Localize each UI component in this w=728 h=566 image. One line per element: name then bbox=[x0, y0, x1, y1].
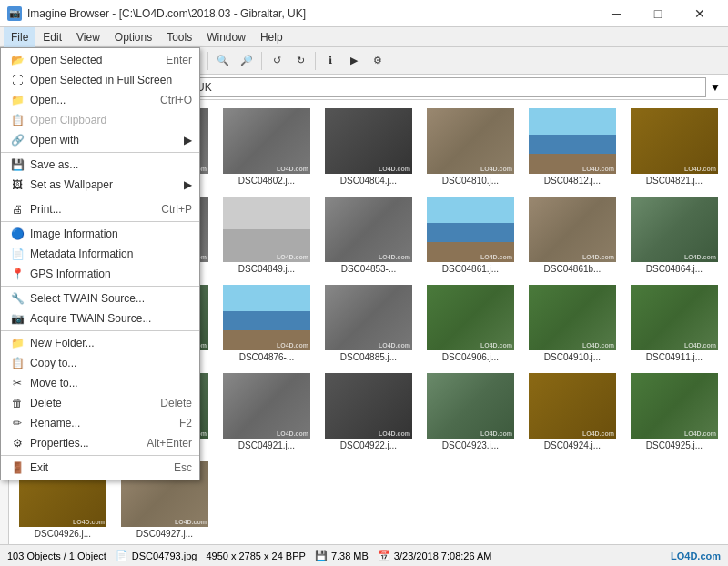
menu-save-as[interactable]: 💾 Save as... bbox=[1, 155, 199, 175]
new-folder-icon: 📁 bbox=[8, 336, 26, 350]
menu-exit[interactable]: 🚪 Exit Esc bbox=[1, 458, 199, 478]
fullscreen-icon: ⛶ bbox=[8, 73, 26, 87]
status-filesize-label: 7.38 MB bbox=[331, 551, 369, 561]
dimensions-label: 4950 x 2785 x 24 BPP bbox=[206, 551, 305, 561]
print-icon: 🖨 bbox=[8, 202, 26, 217]
menu-open-selected[interactable]: 📂 Open Selected Enter bbox=[1, 50, 199, 70]
thumbnail-item[interactable]: LO4D.comDSC04853-... bbox=[318, 192, 419, 278]
menu-copy-to[interactable]: 📋 Copy to... bbox=[1, 353, 199, 373]
address-dropdown-icon[interactable]: ▼ bbox=[710, 81, 721, 94]
thumbnail-item[interactable]: LO4D.comDSC04861.j... bbox=[420, 192, 521, 278]
thumbnail-item[interactable]: LO4D.comDSC04923.j... bbox=[420, 369, 521, 455]
separator-1 bbox=[1, 152, 199, 153]
thumbnail-item[interactable]: LO4D.comDSC04849.j... bbox=[217, 192, 317, 278]
maximize-button[interactable]: □ bbox=[637, 0, 679, 27]
menu-edit[interactable]: Edit bbox=[35, 27, 69, 47]
open-selected-icon: 📂 bbox=[8, 53, 26, 67]
toolbar-sep-3 bbox=[207, 52, 208, 70]
thumbnail-image: LO4D.com bbox=[223, 108, 310, 174]
thumbnail-image: LO4D.com bbox=[223, 197, 310, 262]
open-icon: 📁 bbox=[8, 93, 26, 107]
menu-move-to[interactable]: ✂ Move to... bbox=[1, 373, 199, 393]
twain2-icon: 📷 bbox=[8, 311, 26, 326]
toolbar-settings[interactable]: ⚙ bbox=[367, 50, 389, 72]
separator-3 bbox=[1, 221, 199, 222]
window-title: Imagine Browser - [C:\LO4D.com\2018.03 -… bbox=[27, 7, 306, 20]
menu-open-fullscreen[interactable]: ⛶ Open Selected in Full Screen bbox=[1, 70, 199, 90]
menu-delete[interactable]: 🗑 Delete Delete bbox=[1, 393, 199, 413]
thumbnail-label: DSC04861b... bbox=[544, 264, 602, 274]
thumbnail-image: LO4D.com bbox=[427, 197, 514, 262]
thumbnail-label: DSC04922.j... bbox=[340, 440, 397, 450]
thumbnail-item[interactable]: LO4D.comDSC04911.j... bbox=[624, 280, 724, 367]
thumbnail-image: LO4D.com bbox=[427, 373, 514, 439]
thumbnail-item[interactable]: LO4D.comDSC04864.j... bbox=[624, 192, 724, 278]
thumbnail-label: DSC04821.j... bbox=[646, 176, 703, 186]
menu-print[interactable]: 🖨 Print... Ctrl+P bbox=[1, 199, 199, 219]
thumbnail-label: DSC04927.j... bbox=[136, 529, 193, 539]
thumbnail-item[interactable]: LO4D.comDSC04804.j... bbox=[318, 104, 419, 190]
thumbnail-image: LO4D.com bbox=[529, 108, 616, 174]
thumbnail-item[interactable]: LO4D.comDSC04921.j... bbox=[217, 369, 317, 455]
title-bar-left: 📷 Imagine Browser - [C:\LO4D.com\2018.03… bbox=[7, 6, 306, 21]
thumbnail-image: LO4D.com bbox=[631, 108, 718, 174]
thumbnail-label: DSC04861.j... bbox=[442, 264, 499, 274]
thumbnail-label: DSC04925.j... bbox=[646, 440, 703, 450]
menu-open-with[interactable]: 🔗 Open with ▶ bbox=[1, 130, 199, 150]
menu-rename[interactable]: ✏ Rename... F2 bbox=[1, 413, 199, 433]
menu-tools[interactable]: Tools bbox=[159, 27, 199, 47]
menu-select-twain[interactable]: 🔧 Select TWAIN Source... bbox=[1, 288, 199, 308]
menu-set-wallpaper[interactable]: 🖼 Set as Wallpaper ▶ bbox=[1, 175, 199, 195]
menu-metadata-info[interactable]: 📄 Metadata Information bbox=[1, 244, 199, 264]
thumbnail-item[interactable]: LO4D.comDSC04885.j... bbox=[318, 280, 419, 367]
toolbar-zoom-out[interactable]: 🔎 bbox=[236, 50, 258, 72]
thumbnail-item[interactable]: LO4D.comDSC04812.j... bbox=[522, 104, 622, 190]
thumbnail-image: LO4D.com bbox=[529, 373, 616, 439]
toolbar-rotate-right[interactable]: ↻ bbox=[289, 50, 311, 72]
menu-acquire-twain[interactable]: 📷 Acquire TWAIN Source... bbox=[1, 308, 199, 328]
rename-icon: ✏ bbox=[8, 416, 26, 430]
thumbnail-item[interactable]: LO4D.comDSC04906.j... bbox=[420, 280, 521, 367]
menu-open-clipboard: 📋 Open Clipboard bbox=[1, 110, 199, 130]
menu-gps-info[interactable]: 📍 GPS Information bbox=[1, 264, 199, 284]
menu-new-folder[interactable]: 📁 New Folder... bbox=[1, 333, 199, 353]
thumbnail-item[interactable]: LO4D.comDSC04876-... bbox=[217, 280, 317, 367]
thumbnail-label: DSC04853-... bbox=[341, 264, 397, 274]
menu-options[interactable]: Options bbox=[107, 27, 159, 47]
toolbar-sep-5 bbox=[315, 52, 316, 70]
thumbnail-item[interactable]: LO4D.comDSC04925.j... bbox=[624, 369, 724, 455]
thumbnail-label: DSC04910.j... bbox=[544, 352, 601, 362]
thumbnail-item[interactable]: LO4D.comDSC04821.j... bbox=[624, 104, 724, 190]
thumbnail-item[interactable]: LO4D.comDSC04922.j... bbox=[318, 369, 419, 455]
save-icon: 💾 bbox=[8, 157, 26, 172]
menu-view[interactable]: View bbox=[69, 27, 107, 47]
toolbar-info[interactable]: ℹ bbox=[319, 50, 341, 72]
status-bar: 103 Objects / 1 Object 📄 DSC04793.jpg 49… bbox=[0, 544, 728, 566]
status-filename: 📄 DSC04793.jpg bbox=[116, 550, 197, 561]
file-icon: 📄 bbox=[116, 550, 128, 561]
toolbar-zoom-in[interactable]: 🔍 bbox=[212, 50, 234, 72]
menu-window[interactable]: Window bbox=[199, 27, 253, 47]
thumbnail-item[interactable]: LO4D.comDSC04910.j... bbox=[522, 280, 622, 367]
thumbnail-label: DSC04924.j... bbox=[544, 440, 601, 450]
copy-icon: 📋 bbox=[8, 356, 26, 370]
delete-icon: 🗑 bbox=[8, 396, 26, 410]
menu-properties[interactable]: ⚙ Properties... Alt+Enter bbox=[1, 433, 199, 453]
thumbnail-item[interactable]: LO4D.comDSC04810.j... bbox=[420, 104, 521, 190]
toolbar-rotate-left[interactable]: ↺ bbox=[266, 50, 288, 72]
close-button[interactable]: ✕ bbox=[679, 0, 721, 27]
image-info-icon: 🔵 bbox=[8, 227, 26, 241]
menu-help[interactable]: Help bbox=[253, 27, 290, 47]
thumbnail-item[interactable]: LO4D.comDSC04802.j... bbox=[217, 104, 317, 190]
menu-open[interactable]: 📁 Open... Ctrl+O bbox=[1, 90, 199, 110]
clipboard-icon: 📋 bbox=[8, 113, 26, 127]
thumbnail-label: DSC04923.j... bbox=[442, 440, 499, 450]
thumbnail-image: LO4D.com bbox=[631, 197, 718, 262]
thumbnail-item[interactable]: LO4D.comDSC04924.j... bbox=[522, 369, 622, 455]
thumbnail-image: LO4D.com bbox=[223, 373, 310, 439]
thumbnail-item[interactable]: LO4D.comDSC04861b... bbox=[522, 192, 622, 278]
menu-image-info[interactable]: 🔵 Image Information bbox=[1, 224, 199, 244]
minimize-button[interactable]: ─ bbox=[595, 0, 637, 27]
menu-file[interactable]: File bbox=[4, 27, 35, 47]
toolbar-slideshow[interactable]: ▶ bbox=[343, 50, 365, 72]
